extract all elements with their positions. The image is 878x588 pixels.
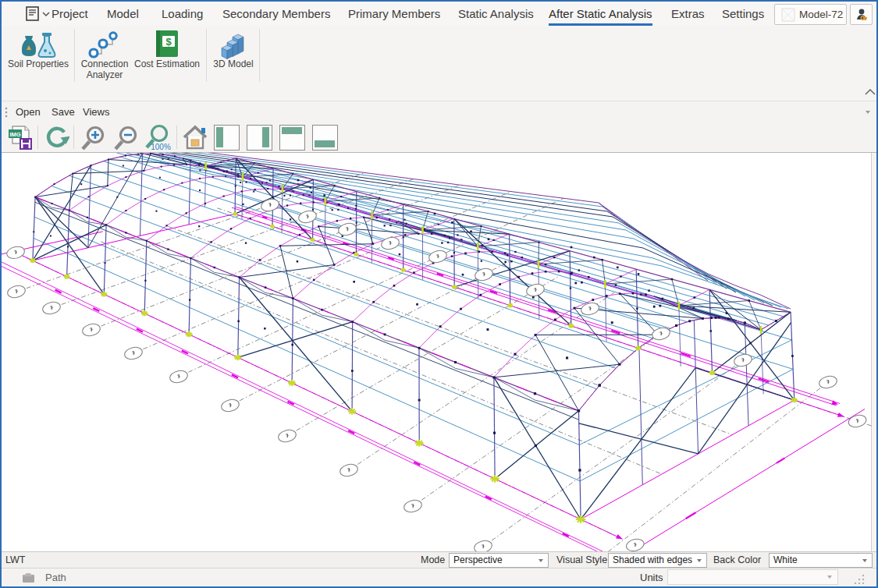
svg-text:$: $ <box>165 36 172 48</box>
svg-text:IMG: IMG <box>9 131 20 138</box>
svg-text:100%: 100% <box>151 143 171 151</box>
